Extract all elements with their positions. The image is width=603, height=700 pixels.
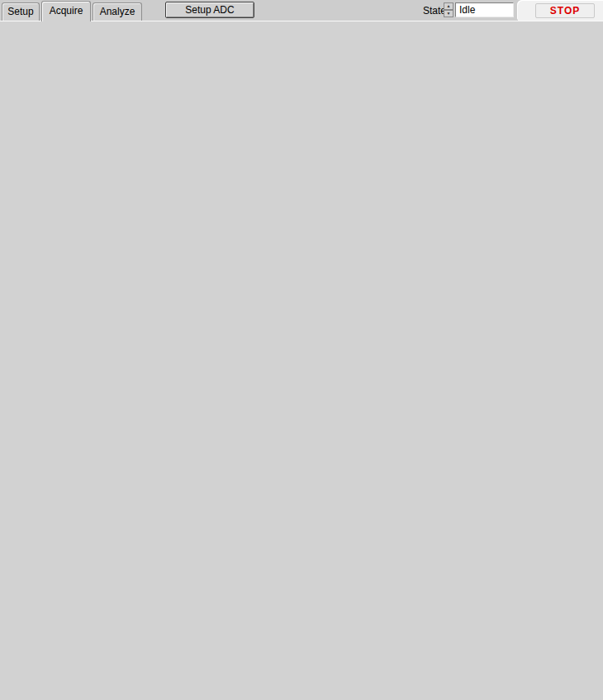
state-label: State [423, 5, 446, 17]
tab-analyze[interactable]: Analyze [93, 2, 142, 21]
state-value-field[interactable]: Idle [455, 2, 514, 17]
state-spinner[interactable]: ▲ ▼ [444, 2, 453, 17]
stop-button[interactable]: STOP [535, 3, 595, 18]
stop-panel: STOP [517, 0, 603, 22]
tab-acquire[interactable]: Acquire [41, 1, 91, 21]
tab-setup[interactable]: Setup [2, 2, 40, 21]
setup-adc-button[interactable]: Setup ADC [165, 2, 254, 18]
spinner-down-icon[interactable]: ▼ [444, 10, 453, 17]
tab-page [0, 21, 603, 700]
spinner-up-icon[interactable]: ▲ [444, 2, 453, 10]
application-window: Setup Acquire Analyze Setup ADC State ▲ … [0, 0, 603, 700]
